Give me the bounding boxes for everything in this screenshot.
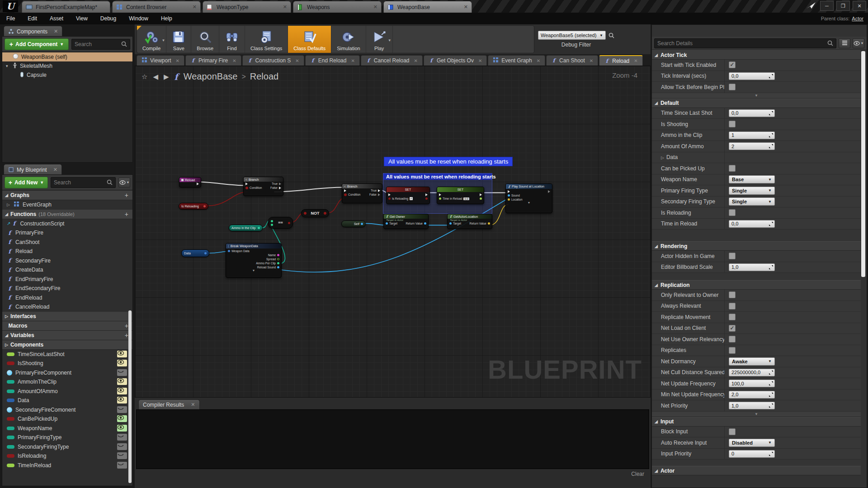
int-in-pin-b[interactable] (271, 224, 273, 226)
location-pin[interactable] (508, 198, 510, 201)
spinner-icon[interactable] (769, 133, 773, 137)
function-row-primaryfire[interactable]: fPrimaryFire (2, 228, 132, 238)
checkbox[interactable] (729, 84, 736, 90)
var-node-ammo-in-the-clip[interactable]: Ammo in the Clip (229, 225, 263, 231)
close-icon[interactable]: ✕ (464, 4, 468, 10)
target-pin[interactable] (449, 222, 452, 225)
true-out-pin[interactable] (279, 183, 281, 185)
number-field[interactable]: 0,0 (729, 109, 775, 117)
eye-open-icon[interactable] (117, 378, 127, 385)
details-section-input[interactable]: ◢Input (652, 417, 861, 427)
bool-in-pin[interactable] (304, 212, 307, 215)
eye-closed-icon[interactable] (117, 434, 127, 441)
variable-row-primaryfirecomponent[interactable]: PrimaryFireComponent (2, 368, 132, 378)
checkbox[interactable] (729, 291, 736, 298)
number-field[interactable]: 0,0 (729, 220, 775, 228)
window-tab-weaponbase[interactable]: WeaponBase✕ (383, 1, 472, 13)
graph-tab-end-reload[interactable]: fEnd Reload✕ (305, 55, 360, 66)
compiler-clear-button[interactable]: Clear (631, 471, 644, 477)
condition-pin[interactable] (245, 187, 248, 189)
int-in-pin-a[interactable] (271, 220, 273, 222)
variables-section-header[interactable]: ◢Variables+ (2, 331, 132, 340)
bool-out-pin[interactable] (203, 205, 206, 207)
interfaces-section-header[interactable]: ▷Interfaces (2, 312, 132, 321)
node-set-time-in-reload[interactable]: SET Time in Reload 0,0 (437, 187, 484, 204)
exec-in-pin[interactable] (388, 193, 391, 196)
exec-out-pin[interactable] (480, 193, 482, 196)
blueprint-graph-canvas[interactable]: ☆ ◀ ▶ f WeaponBase > Reload Zoom -4 BLUE… (135, 66, 651, 398)
compiler-results-output[interactable] (136, 409, 649, 469)
number-field[interactable]: 0,0 (729, 72, 775, 80)
my-blueprint-search-input[interactable]: Search (51, 177, 116, 188)
spinner-icon[interactable] (769, 404, 773, 408)
select-field[interactable]: Single▼ (729, 197, 775, 206)
node-break-weapon-data[interactable]: ⟨ Break WeaponData Weapon Data NameSprea… (226, 243, 282, 278)
property-matrix-button[interactable] (839, 38, 850, 48)
var-node-self[interactable]: Self (341, 221, 366, 227)
select-field[interactable]: Disabled▼ (729, 439, 775, 447)
macros-section-header[interactable]: Macros+ (2, 321, 132, 331)
favorite-star-icon[interactable]: ☆ (142, 73, 147, 81)
expand-node-icon[interactable]: ▼ (226, 269, 281, 272)
eye-open-icon[interactable] (117, 351, 127, 357)
add-new-button[interactable]: + Add New ▼ (5, 177, 48, 188)
function-row-reload[interactable]: fReload (2, 247, 132, 256)
add-icon[interactable]: + (125, 211, 130, 218)
close-icon[interactable]: ✕ (634, 58, 637, 63)
window-tab-content-browser[interactable]: Content Browser✕ (112, 1, 201, 13)
breadcrumb-root[interactable]: WeaponBase (184, 71, 238, 82)
variable-row-secondaryfirecomonent[interactable]: SecondaryFireComonent (2, 405, 132, 415)
exec-out-pin[interactable] (425, 193, 428, 196)
expand-node-icon[interactable]: ▼ (506, 202, 552, 204)
int-out-pin[interactable] (258, 227, 260, 229)
eye-open-icon[interactable] (117, 360, 127, 366)
window-tab-weapons[interactable]: Weapons✕ (293, 1, 382, 13)
close-icon[interactable]: ✕ (351, 58, 354, 63)
struct-out-pin[interactable] (204, 252, 207, 254)
class-defaults-button[interactable]: Class Defaults (288, 26, 331, 53)
node-play-sound-at-location[interactable]: f Play Sound at Location Sound Location … (505, 183, 552, 213)
share-icon[interactable] (806, 1, 817, 11)
select-field[interactable]: Single▼ (729, 187, 775, 195)
function-row-endreload[interactable]: fEndReload (2, 293, 132, 303)
details-section-actor-tick[interactable]: ◢Actor Tick (652, 50, 861, 60)
number-field[interactable]: 225000000,0 (729, 369, 775, 376)
spinner-icon[interactable] (769, 393, 773, 397)
number-field[interactable]: 100,0 (729, 380, 775, 387)
graph-tab-get-objects-ov[interactable]: fGet Objects Ov✕ (424, 55, 487, 66)
spinner-icon[interactable] (769, 222, 773, 226)
checkbox-checked[interactable]: ✓ (729, 61, 736, 68)
checkbox-checked[interactable]: ✓ (729, 325, 736, 332)
variable-row-data[interactable]: Data (2, 396, 132, 405)
eye-closed-icon[interactable] (117, 369, 127, 376)
close-icon[interactable]: ✕ (232, 58, 236, 63)
eye-closed-icon[interactable] (117, 462, 127, 469)
bool-out-pin[interactable] (324, 212, 326, 215)
close-icon[interactable]: ✕ (54, 28, 58, 34)
variable-row-ammointheclip[interactable]: AmmoInTheClip (2, 377, 132, 387)
output-pin[interactable] (277, 258, 279, 260)
my-blueprint-panel-tab[interactable]: My Blueprint ✕ (4, 164, 62, 175)
variable-row-isshooting[interactable]: IsShooting (2, 359, 132, 368)
function-row-canshoot[interactable]: fCanShoot (2, 238, 132, 247)
variables-components-subheader[interactable]: ▷Components (2, 340, 132, 350)
eye-open-icon[interactable] (117, 415, 127, 422)
eye-open-icon[interactable] (117, 425, 127, 432)
return-pin[interactable] (488, 222, 490, 225)
node-branch-1[interactable]: < Branch True Condition False (243, 177, 283, 196)
chevron-down-icon[interactable]: ▼ (161, 38, 165, 42)
spinner-icon[interactable] (769, 452, 773, 456)
find-button[interactable]: Find (219, 26, 245, 53)
function-row-constructionscript[interactable]: ↗fConstructionScript (2, 219, 132, 229)
select-field[interactable]: Base▼ (729, 175, 775, 183)
float-out-pin[interactable] (480, 197, 482, 200)
variable-row-timeinreload[interactable]: TimeInReload (2, 461, 132, 470)
close-icon[interactable]: ✕ (590, 58, 593, 63)
node-equals[interactable]: == (268, 217, 293, 229)
checkbox[interactable] (729, 209, 736, 216)
details-section-rendering[interactable]: ◢Rendering (652, 241, 861, 251)
unreal-engine-logo-icon[interactable]: U (3, 0, 18, 12)
true-out-pin[interactable] (378, 189, 380, 192)
component-row-weaponbase-self[interactable]: WeaponBase (self) (2, 52, 132, 61)
close-icon[interactable]: ✕ (414, 58, 418, 63)
